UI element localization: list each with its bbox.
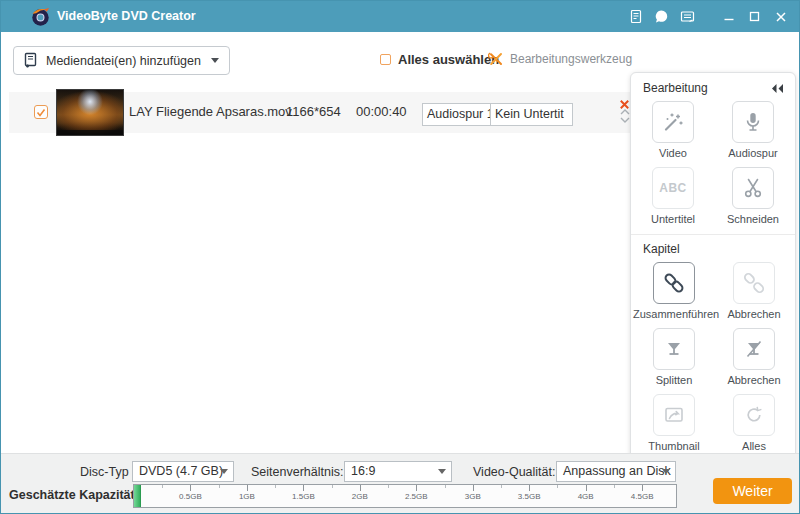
aspect-ratio-label: Seitenverhältnis: [251,462,343,482]
collapse-panel-icon[interactable] [769,81,785,95]
app-window: VideoByte DVD Creator [0,0,800,514]
chain-link-icon [661,270,687,296]
main-area: Mediendatei(en) hinzufügen Alles auswähl… [1,32,799,453]
aspect-ratio-select[interactable]: 16:9 [344,461,452,482]
scissors-icon [741,176,765,200]
reset-all-button[interactable] [733,394,775,436]
video-thumbnail[interactable] [56,89,124,136]
disc-type-value: DVD5 (4.7 GB) [139,464,223,478]
split-cancel-button[interactable] [733,328,775,370]
row-checkbox-checked[interactable] [34,105,48,119]
capacity-fill [134,485,141,507]
edit-panel: Bearbeitung Vid [630,72,796,477]
aspect-ratio-value: 16:9 [351,464,375,478]
minimize-icon[interactable] [720,8,737,25]
tool-label: Video [659,147,687,160]
media-filename: LAY Fliegende Apsaras.mov [129,104,292,119]
close-icon[interactable] [772,8,789,25]
add-media-button[interactable]: Mediendatei(en) hinzufügen [13,46,230,75]
broken-chain-icon [741,270,767,296]
bottom-bar: Disc-Typ DVD5 (4.7 GB) Seitenverhältnis:… [1,453,799,513]
add-media-file-icon [23,52,39,69]
media-list-row[interactable]: LAY Fliegende Apsaras.mov 1166*654 00:00… [9,92,631,133]
disc-type-label: Disc-Typ [80,462,129,482]
video-edit-button[interactable] [652,101,694,143]
thumbnail-icon [662,403,686,427]
section-title-kapitel: Kapitel [631,235,795,260]
select-all-control[interactable]: Alles auswählen [380,52,499,67]
tool-label: Zusammenführen [633,308,715,321]
app-title: VideoByte DVD Creator [57,1,196,32]
tools-icon [488,51,504,67]
feedback-icon[interactable] [653,8,670,25]
menu-icon[interactable] [679,8,696,25]
merge-chapters-button[interactable] [653,262,695,304]
thumbnail-button[interactable] [653,394,695,436]
editing-tools-label: Bearbeitungswerkzeug [510,52,632,66]
add-media-label: Mediendatei(en) hinzufügen [46,54,201,68]
microphone-icon [741,110,765,134]
tool-label: Splitten [656,374,693,387]
estimated-capacity-label: Geschätzte Kapazität: [9,488,139,502]
tool-label: Schneiden [727,213,779,226]
check-icon [36,108,46,117]
chevron-down-icon [220,469,228,474]
move-down-icon[interactable] [620,117,630,123]
audio-track-select[interactable]: Audiospur 1 [422,103,491,126]
tool-label: Untertitel [651,213,695,226]
chevron-down-icon [438,469,446,474]
abc-icon: ABC [659,181,687,195]
video-quality-value: Anpassung an Disk [563,464,671,478]
next-button[interactable]: Weiter [713,478,792,504]
titlebar: VideoByte DVD Creator [1,1,799,32]
select-all-label: Alles auswählen [398,52,499,67]
magic-wand-icon [661,110,685,134]
disc-type-select[interactable]: DVD5 (4.7 GB) [132,461,234,482]
video-quality-select[interactable]: Anpassung an Disk [556,461,676,482]
tool-label: Thumbnail [648,440,699,453]
split-cancel-icon [742,337,766,361]
editing-tools-button[interactable]: Bearbeitungswerkzeug [488,51,632,67]
tool-label: Audiospur [728,147,778,160]
app-logo-icon [30,6,51,27]
media-resolution: 1166*654 [286,104,341,119]
thumbnail-timebar [57,130,123,135]
video-quality-label: Video-Qualität: [473,462,555,482]
cut-button[interactable] [732,167,774,209]
subtitle-select[interactable]: Kein Untertit [490,103,573,126]
select-all-checkbox[interactable] [380,54,391,65]
reset-icon [742,403,766,427]
audio-track-button[interactable] [732,101,774,143]
capacity-gauge: 0.5GB1GB1.5GB2GB2.5GB3GB3.5GB4GB4.5GB [133,484,677,508]
subtitle-button[interactable]: ABC [652,167,694,209]
tool-label: Abbrechen [727,308,780,321]
chevron-down-icon [211,58,219,63]
split-icon [662,337,686,361]
register-icon[interactable] [627,8,644,25]
maximize-icon[interactable] [746,8,763,25]
merge-cancel-button[interactable] [733,262,775,304]
move-up-icon[interactable] [620,109,630,115]
tool-label: Abbrechen [727,374,780,387]
media-duration: 00:00:40 [356,104,407,119]
chevron-down-icon [662,469,670,474]
split-chapter-button[interactable] [653,328,695,370]
section-title-bearbeitung: Bearbeitung [643,81,708,95]
